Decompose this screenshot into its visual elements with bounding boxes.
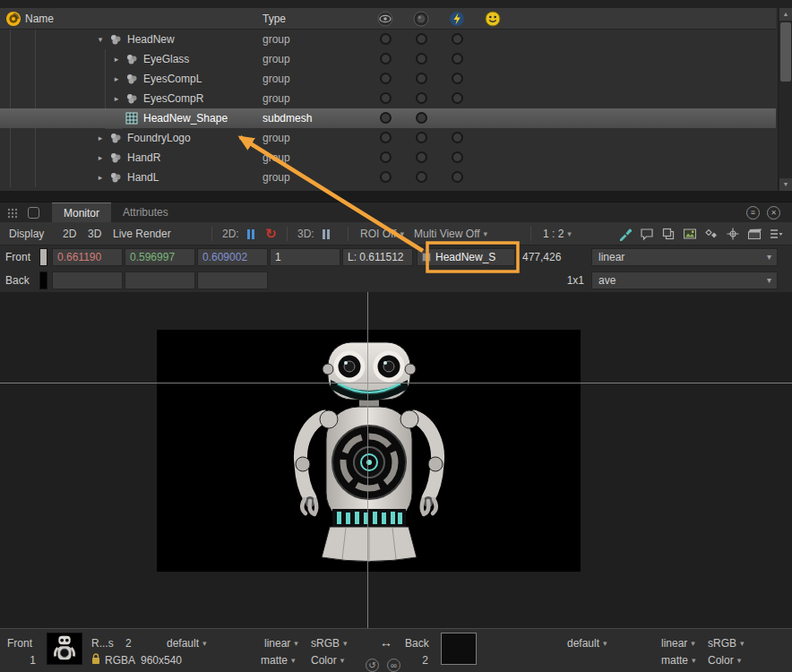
front-display-dropdown[interactable]: sRGB	[311, 637, 348, 650]
visibility-toggle[interactable]	[380, 53, 392, 65]
red-value-field[interactable]: 0.661190	[52, 248, 123, 266]
panel-icon[interactable]	[28, 207, 39, 219]
live-toggle[interactable]	[452, 33, 463, 45]
back-blue-field[interactable]	[197, 271, 268, 289]
scrollbar-up-button[interactable]: ▲	[779, 8, 792, 21]
row-label[interactable]: FoundryLogo	[127, 128, 191, 148]
render-toggle[interactable]	[416, 112, 427, 124]
scenegraph-row[interactable]: HandL group	[0, 168, 776, 187]
visibility-toggle[interactable]	[380, 112, 392, 124]
pan-target-icon[interactable]	[726, 227, 740, 241]
scenegraph-scrollbar[interactable]: ▲ ▼	[778, 8, 792, 191]
front-matte-dropdown[interactable]: matte	[261, 654, 296, 668]
front-buffer-thumbnail[interactable]	[47, 633, 82, 665]
2d-button[interactable]: 2D	[63, 222, 76, 246]
scenegraph-row[interactable]: EyesCompR group	[0, 89, 776, 108]
render-toggle[interactable]	[416, 132, 427, 143]
probe-location-field[interactable]: HeadNew_S	[417, 248, 515, 266]
pause-3d-icon[interactable]	[323, 229, 330, 239]
panel-menu-icon[interactable]	[746, 206, 760, 220]
column-header-type[interactable]: Type	[263, 8, 286, 30]
scenegraph-row[interactable]: EyeGlass group	[0, 49, 776, 69]
back-color-dropdown[interactable]: Color	[708, 654, 741, 668]
back-filter-dropdown[interactable]: ave	[591, 271, 778, 289]
front-filter-dropdown[interactable]: linear	[591, 248, 778, 266]
tab-monitor[interactable]: Monitor	[52, 202, 111, 223]
scenegraph-row[interactable]: FoundryLogo group	[0, 128, 776, 148]
front-color-dropdown[interactable]: Color	[311, 654, 344, 668]
live-render-menu[interactable]: Live Render	[113, 222, 171, 246]
compare-diamonds-icon[interactable]	[704, 227, 719, 241]
live-toggle[interactable]	[452, 73, 463, 84]
expand-arrow-icon[interactable]	[95, 30, 106, 49]
front-lut-dropdown[interactable]: default	[167, 637, 207, 650]
eyedropper-icon[interactable]	[618, 227, 633, 241]
render-toggle[interactable]	[416, 151, 427, 163]
render-toggle[interactable]	[416, 92, 427, 104]
expand-arrow-icon[interactable]	[111, 49, 122, 69]
row-label[interactable]: EyesCompR	[143, 89, 203, 108]
visibility-toggle[interactable]	[380, 132, 392, 143]
back-display-dropdown[interactable]: sRGB	[708, 637, 745, 650]
foundry-logo-icon[interactable]	[5, 11, 22, 27]
monitor-viewport[interactable]	[0, 292, 792, 628]
scenegraph-row-selected[interactable]: HeadNew_Shape subdmesh	[0, 108, 776, 128]
expand-arrow-icon[interactable]	[95, 128, 106, 148]
front-layer-name[interactable]: R...s	[91, 637, 114, 650]
luminance-field[interactable]: L: 0.611512	[342, 248, 413, 266]
render-toggle[interactable]	[416, 33, 427, 45]
clapperboard-icon[interactable]	[747, 227, 762, 241]
back-buffer-thumbnail[interactable]	[441, 633, 477, 665]
image-icon[interactable]	[683, 227, 697, 241]
monitor-menu-icon[interactable]	[769, 227, 783, 241]
expand-arrow-icon[interactable]	[95, 168, 106, 187]
lock-icon[interactable]	[91, 653, 100, 665]
link-buffers-icon[interactable]: ∞	[387, 659, 400, 672]
live-render-lightning-icon[interactable]	[449, 11, 465, 27]
smiley-icon[interactable]	[485, 11, 501, 27]
row-label[interactable]: HandL	[127, 168, 159, 187]
visibility-toggle[interactable]	[380, 92, 392, 104]
back-green-field[interactable]	[125, 271, 195, 289]
live-toggle[interactable]	[452, 53, 463, 65]
visibility-toggle[interactable]	[380, 151, 392, 163]
close-panel-icon[interactable]	[767, 206, 780, 220]
row-label[interactable]: HeadNew	[127, 30, 175, 49]
alpha-value-field[interactable]: 1	[270, 248, 340, 266]
live-toggle[interactable]	[452, 92, 463, 104]
pause-2d-icon[interactable]	[247, 229, 254, 239]
3d-button[interactable]: 3D	[88, 222, 101, 246]
front-colorspace-dropdown[interactable]: linear	[264, 637, 298, 650]
row-label[interactable]: HeadNew_Shape	[143, 108, 228, 128]
green-value-field[interactable]: 0.596997	[125, 248, 195, 266]
live-toggle[interactable]	[452, 132, 463, 143]
duplicate-icon[interactable]	[661, 227, 676, 241]
render-toggle[interactable]	[416, 53, 427, 65]
rendered-image[interactable]	[157, 330, 581, 572]
expand-arrow-icon[interactable]	[95, 148, 106, 168]
roi-dropdown[interactable]: ROI Off	[360, 222, 404, 246]
expand-arrow-icon[interactable]	[111, 69, 122, 89]
back-matte-dropdown[interactable]: matte	[661, 654, 696, 668]
live-toggle[interactable]	[452, 151, 463, 163]
swap-buffers-icon[interactable]: ↔	[380, 636, 392, 650]
drag-handle-icon[interactable]	[6, 207, 19, 220]
visibility-eye-icon[interactable]	[377, 11, 393, 27]
scenegraph-row[interactable]: HandR group	[0, 148, 776, 168]
row-label[interactable]: HandR	[127, 148, 160, 168]
render-toggle[interactable]	[416, 171, 427, 183]
column-header-name[interactable]: Name	[25, 8, 54, 30]
expand-arrow-icon[interactable]	[111, 89, 122, 108]
refresh-loop-icon[interactable]: ↻	[265, 222, 277, 246]
speech-bubble-icon[interactable]	[640, 227, 654, 241]
row-label[interactable]: EyesCompL	[143, 69, 202, 89]
blue-value-field[interactable]: 0.609002	[197, 248, 268, 266]
render-toggle[interactable]	[416, 73, 427, 84]
back-red-field[interactable]	[52, 271, 123, 289]
visibility-toggle[interactable]	[380, 33, 392, 45]
visibility-toggle[interactable]	[380, 73, 392, 84]
zoom-ratio-dropdown[interactable]: 1 : 2	[543, 222, 572, 246]
scenegraph-row[interactable]: EyesCompL group	[0, 69, 776, 89]
scenegraph-row[interactable]: HeadNew group	[0, 30, 776, 49]
back-lut-dropdown[interactable]: default	[567, 637, 607, 650]
